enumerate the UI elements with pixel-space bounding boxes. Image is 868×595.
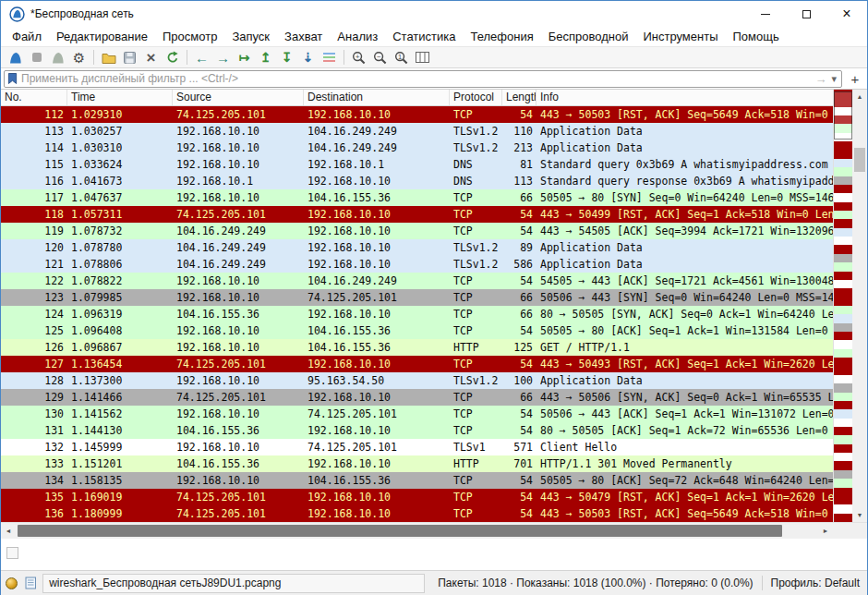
column-header-time[interactable]: Time (67, 90, 173, 105)
horizontal-scroll-track[interactable] (16, 523, 818, 539)
vertical-scroll-thumb[interactable] (854, 148, 865, 172)
open-file-icon[interactable] (98, 48, 119, 67)
horizontal-scrollbar[interactable]: ◄ ► (1, 523, 833, 539)
go-back-icon[interactable]: ← (191, 48, 212, 67)
scroll-up-icon[interactable]: ▲ (852, 90, 867, 103)
packet-row[interactable]: 1311.144130104.16.155.36192.168.10.10TCP… (1, 422, 833, 439)
go-forward-icon[interactable]: → (212, 48, 234, 67)
close-file-icon[interactable]: × (140, 48, 162, 67)
minimap-viewport (834, 91, 852, 140)
resize-columns-icon[interactable] (412, 48, 433, 67)
menu-item-11[interactable]: Помощь (726, 30, 787, 43)
cell-time: 1.057311 (67, 206, 173, 223)
column-header-dst[interactable]: Destination (304, 90, 450, 105)
cell-len: 66 (502, 289, 536, 306)
packet-row[interactable]: 1141.030310192.168.10.10104.16.249.249TL… (1, 140, 833, 156)
filter-add-button[interactable]: + (846, 71, 864, 87)
expert-info-button[interactable] (5, 577, 19, 589)
go-to-packet-icon[interactable]: ↦ (234, 48, 255, 67)
horizontal-scroll-thumb[interactable] (18, 525, 782, 537)
column-header-info[interactable]: Info (536, 90, 833, 105)
svg-text:1: 1 (398, 52, 402, 60)
packet-row[interactable]: 1221.078822192.168.10.10104.16.249.249TC… (1, 273, 833, 289)
packet-row[interactable]: 1151.033624192.168.10.10192.168.10.1DNS8… (1, 156, 833, 173)
pane-splitter-grip[interactable] (6, 547, 18, 559)
minimize-button[interactable] (745, 1, 786, 27)
packet-row[interactable]: 1291.14146674.125.205.101192.168.10.10TC… (1, 389, 833, 406)
packet-row[interactable]: 1181.05731174.125.205.101192.168.10.10TC… (1, 206, 833, 223)
cell-src: 192.168.10.10 (173, 189, 304, 206)
cell-info: Application Data (536, 372, 833, 389)
packet-row[interactable]: 1161.041673192.168.10.1192.168.10.10DNS1… (1, 173, 833, 189)
save-file-icon[interactable] (119, 48, 140, 67)
zoom-in-icon[interactable]: + (348, 48, 369, 67)
capture-comment-button[interactable] (24, 577, 39, 589)
reload-file-icon[interactable] (162, 48, 183, 67)
restart-capture-icon[interactable] (47, 48, 68, 67)
maximize-button[interactable] (786, 1, 826, 27)
cell-time: 1.151201 (67, 455, 173, 472)
menu-item-9[interactable]: Беспроводной (541, 30, 636, 43)
zoom-out-icon[interactable]: − (369, 48, 391, 67)
minimap-stripe (834, 435, 852, 443)
packet-row[interactable]: 1321.145999192.168.10.1074.125.205.101TL… (1, 439, 833, 455)
menu-item-6[interactable]: Анализ (330, 30, 385, 43)
packet-row[interactable]: 1131.030257192.168.10.10104.16.249.249TL… (1, 123, 833, 140)
packet-row[interactable]: 1201.078780104.16.249.249192.168.10.10TL… (1, 239, 833, 256)
cell-src: 192.168.10.10 (173, 140, 304, 156)
cell-info: 80 → 50505 [SYN, ACK] Seq=0 Ack=1 Win=64… (536, 306, 833, 322)
cell-len: 54 (502, 422, 536, 439)
menu-item-2[interactable]: Редактирование (49, 30, 155, 43)
menu-item-8[interactable]: Телефония (463, 30, 540, 43)
auto-scroll-icon[interactable]: ⇣ (297, 48, 319, 67)
menu-item-4[interactable]: Запуск (224, 30, 277, 43)
minimize-icon (761, 14, 770, 15)
packet-row[interactable]: 1351.16901974.125.205.101192.168.10.10TC… (1, 489, 833, 505)
scroll-down-icon[interactable]: ▼ (852, 508, 867, 522)
packet-row[interactable]: 1241.096319104.16.155.36192.168.10.10TCP… (1, 306, 833, 322)
packet-row[interactable]: 1281.137300192.168.10.1095.163.54.50TLSv… (1, 372, 833, 389)
go-to-bottom-icon[interactable]: ↧ (276, 48, 297, 67)
packet-row[interactable]: 1211.078806104.16.249.249192.168.10.10TL… (1, 256, 833, 273)
stop-capture-icon[interactable] (26, 48, 47, 67)
menu-item-5[interactable]: Захват (277, 30, 330, 43)
packet-row[interactable]: 1301.141562192.168.10.1074.125.205.101TC… (1, 406, 833, 422)
column-header-no[interactable]: No. (1, 90, 67, 105)
packet-row[interactable]: 1261.096867192.168.10.10104.16.155.36HTT… (1, 339, 833, 356)
menu-item-3[interactable]: Просмотр (155, 30, 224, 43)
colorize-packets-icon[interactable] (319, 48, 340, 67)
go-to-top-icon[interactable]: ↥ (255, 48, 276, 67)
cell-len: 89 (502, 239, 536, 256)
scroll-right-icon[interactable]: ► (818, 523, 833, 539)
packet-row[interactable]: 1121.02931074.125.205.101192.168.10.10TC… (1, 106, 833, 123)
profile-selector[interactable]: Профиль: Default (767, 577, 864, 589)
packet-row[interactable]: 1361.18099974.125.205.101192.168.10.10TC… (1, 505, 833, 522)
capture-options-icon[interactable]: ⚙ (68, 48, 90, 67)
close-button[interactable]: × (826, 1, 867, 27)
start-capture-icon[interactable] (5, 48, 26, 67)
zoom-original-icon[interactable]: 1 (391, 48, 412, 67)
menu-item-7[interactable]: Статистика (385, 30, 463, 43)
column-header-src[interactable]: Source (173, 90, 304, 105)
packet-row[interactable]: 1231.079985192.168.10.1074.125.205.101TC… (1, 289, 833, 306)
column-header-proto[interactable]: Protocol (450, 90, 502, 105)
packet-row[interactable]: 1191.078732104.16.249.249192.168.10.10TC… (1, 223, 833, 239)
packet-minimap-scrollbar[interactable] (833, 90, 852, 522)
filter-apply-icon[interactable]: → (812, 72, 829, 86)
display-filter-input[interactable] (21, 72, 812, 86)
packet-row[interactable]: 1251.096408192.168.10.10104.16.155.36TCP… (1, 322, 833, 339)
menu-item-10[interactable]: Инструменты (635, 30, 725, 43)
packet-row[interactable]: 1171.047637192.168.10.10104.16.155.36TCP… (1, 189, 833, 206)
cell-time: 1.096319 (67, 306, 173, 322)
packet-row[interactable]: 1341.158135192.168.10.10104.16.155.36TCP… (1, 472, 833, 489)
cell-info: Application Data (536, 256, 833, 273)
vertical-scrollbar[interactable]: ▲ ▼ (852, 90, 867, 522)
menu-item-1[interactable]: Файл (5, 30, 49, 43)
vertical-scroll-track[interactable] (852, 103, 867, 508)
packet-row[interactable]: 1271.13645474.125.205.101192.168.10.10TC… (1, 356, 833, 372)
filter-dropdown-icon[interactable]: ▾ (829, 73, 838, 85)
column-header-len[interactable]: Length (502, 90, 536, 105)
packet-row[interactable]: 1331.151201104.16.155.36192.168.10.10HTT… (1, 455, 833, 472)
filter-bookmark-icon[interactable] (7, 72, 18, 85)
scroll-left-icon[interactable]: ◄ (1, 523, 16, 539)
